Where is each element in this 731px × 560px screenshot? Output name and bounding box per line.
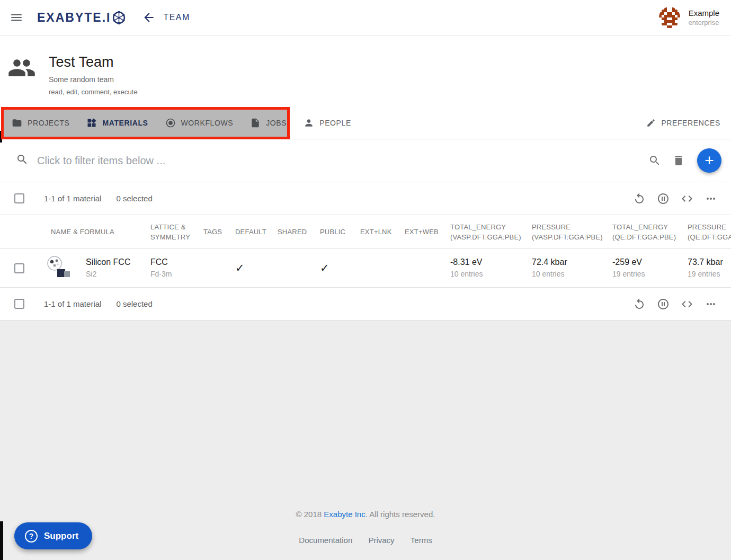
default-check-icon: ✓ [228,262,270,274]
row-checkbox[interactable] [14,263,24,273]
lattice-type: FCC [150,256,196,268]
preferences-button[interactable]: PREFERENCES [638,106,731,139]
more-options-icon[interactable] [705,298,717,310]
plus-icon: + [705,153,714,168]
prop-entries: 10 entries [532,268,605,280]
code-icon[interactable] [681,192,693,205]
col-header-pressure-qe[interactable]: PRESSURE(QE:DFT:GGA:PBE) [680,222,731,242]
more-options-icon[interactable] [705,192,717,205]
public-check-icon: ✓ [313,262,353,274]
list-toolbar-top: 1-1 of 1 material 0 selected [0,182,731,215]
page-breadcrumb: TEAM [163,13,190,22]
copyright: © 2018 Exabyte Inc. All rights reserved. [0,510,731,519]
filter-bar: + [0,139,731,182]
user-avatar [659,7,680,28]
tab-materials[interactable]: MATERIALS [78,106,156,139]
pause-circle-icon[interactable] [657,298,670,310]
selected-count: 0 selected [116,299,152,308]
select-all-checkbox[interactable] [14,299,24,309]
tab-strip: PROJECTS MATERIALS WORKFLOWS JOBS PEOPLE… [0,106,731,139]
material-name: Silicon FCC [86,256,130,268]
prop-value: 72.4 kbar [532,256,605,268]
pencil-icon [646,118,656,128]
symmetry-group: Fd-3m [150,268,196,280]
search-icon[interactable] [648,154,661,167]
select-all-checkbox[interactable] [14,193,24,203]
pagination-count: 1-1 of 1 material [44,299,101,308]
atom-icon [112,11,126,25]
footer-area: © 2018 Exabyte Inc. All rights reserved.… [0,321,731,560]
support-button[interactable]: ? Support [14,522,92,549]
total-energy-vasp-cell: -8.31 eV 10 entries [443,256,524,280]
tab-projects[interactable]: PROJECTS [0,106,78,139]
toolbar-actions [633,298,717,310]
col-header-total-energy-vasp[interactable]: TOTAL_ENERGY(VASP.DFT:GGA:PBE) [443,222,524,242]
person-icon [304,118,314,128]
prop-value: -8.31 eV [450,256,524,268]
screen-edge-artifact [0,521,3,560]
screen-edge-artifact [0,131,2,143]
user-menu[interactable]: Example enterprise [659,7,721,28]
team-permissions: read, edit, comment, execute [49,88,138,96]
selected-count: 0 selected [116,194,152,203]
tab-workflows[interactable]: WORKFLOWS [157,106,242,139]
team-subtitle: Some random team [49,75,138,84]
filter-input[interactable] [37,155,648,167]
col-header-ext-web[interactable]: EXT+WEB [397,227,443,237]
filter-search-icon [16,153,29,168]
col-header-total-energy-qe[interactable]: TOTAL_ENERGY(QE:DFT:GGA:PBE) [605,222,680,242]
total-energy-qe-cell: -259 eV 19 entries [605,256,680,280]
top-bar: EXABYTE.I TEAM [0,0,731,35]
workflow-icon [165,118,176,128]
code-icon[interactable] [681,298,693,310]
material-formula: Si2 [86,268,130,280]
pause-circle-icon[interactable] [657,192,670,205]
prop-entries: 19 entries [688,268,731,280]
user-plan: enterprise [689,18,719,27]
add-material-button[interactable]: + [697,148,721,173]
team-text-block: Test Team Some random team read, edit, c… [49,54,138,96]
menu-icon[interactable] [10,11,23,24]
tab-jobs[interactable]: JOBS [242,106,295,139]
col-header-ext-lnk[interactable]: EXT+LNK [353,227,397,237]
trash-icon[interactable] [672,154,685,167]
col-header-shared[interactable]: SHARED [270,227,313,237]
logo-text: EXABYTE.I [37,11,111,25]
support-label: Support [44,531,78,541]
pressure-vasp-cell: 72.4 kbar 10 entries [524,256,605,280]
material-thumbnail [47,255,72,281]
material-row[interactable]: Silicon FCC Si2 FCC Fd-3m ✓ ✓ -8.31 eV 1… [0,249,731,288]
copyright-suffix: . All rights reserved. [366,510,435,519]
col-header-pressure-vasp[interactable]: PRESSURE(VASP.DFT:GGA:PBE) [524,222,605,242]
col-header-lattice-symmetry[interactable]: LATTICE &SYMMETRY [143,222,196,242]
tab-label: WORKFLOWS [181,119,234,127]
col-header-tags[interactable]: TAGS [196,227,228,237]
col-header-public[interactable]: PUBLIC [313,227,353,237]
refresh-icon[interactable] [633,298,646,310]
refresh-icon[interactable] [633,192,646,205]
tab-label: MATERIALS [102,119,148,127]
preferences-label: PREFERENCES [661,119,720,127]
col-header-name-formula[interactable]: NAME & FORMULA [37,227,143,237]
tab-people[interactable]: PEOPLE [295,106,360,139]
tab-label: PROJECTS [28,119,69,127]
material-name-block: Silicon FCC Si2 [86,256,130,280]
team-title: Test Team [49,54,138,70]
table-header-row: NAME & FORMULA LATTICE &SYMMETRY TAGS DE… [0,215,731,249]
company-link[interactable]: Exabyte Inc [324,510,365,519]
prop-value: 73.7 kbar [688,256,731,268]
prop-entries: 10 entries [450,268,524,280]
material-name-cell[interactable]: Silicon FCC Si2 [37,255,143,281]
terms-link[interactable]: Terms [411,536,432,545]
toolbar-actions [633,192,717,205]
tab-label: PEOPLE [319,119,351,127]
exabyte-logo[interactable]: EXABYTE.I [37,11,126,25]
team-group-icon [7,54,36,84]
back-arrow-icon[interactable] [142,11,156,24]
team-header: Test Team Some random team read, edit, c… [0,35,731,106]
privacy-link[interactable]: Privacy [368,536,394,545]
app-window: EXABYTE.I TEAM [0,0,731,560]
footer-links: Documentation Privacy Terms [0,536,731,545]
documentation-link[interactable]: Documentation [299,536,352,545]
col-header-default[interactable]: DEFAULT [228,227,270,237]
